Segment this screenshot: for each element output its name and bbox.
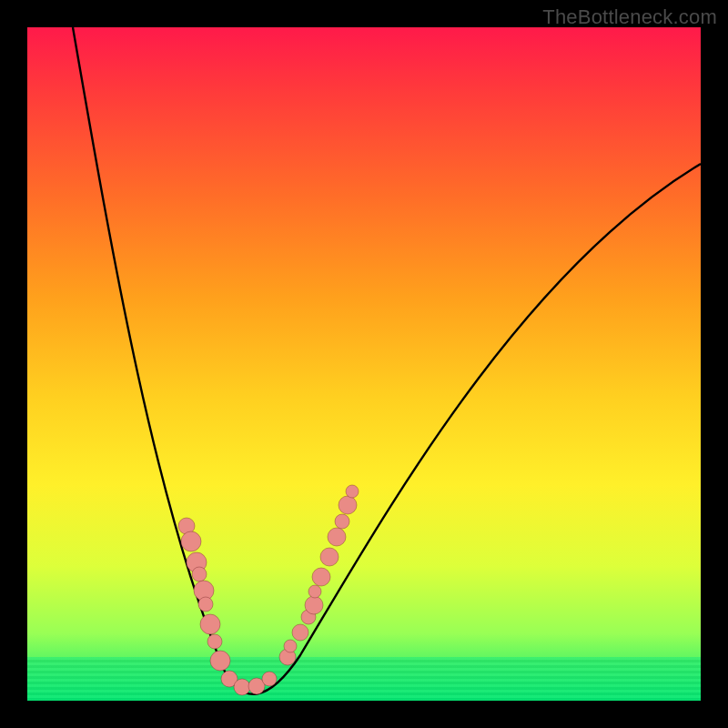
curve-dot: [292, 624, 308, 641]
curve-dot: [308, 585, 321, 598]
bottleneck-curve: [73, 27, 701, 694]
curve-dot: [200, 614, 220, 634]
curve-dot: [198, 597, 213, 612]
chart-overlay: [27, 27, 701, 701]
curve-dot: [312, 568, 330, 586]
curve-dot: [210, 651, 230, 671]
curve-dot: [305, 596, 323, 614]
curve-dot: [320, 548, 339, 566]
curve-dot: [346, 485, 359, 498]
curve-dot: [262, 672, 277, 686]
curve-dot: [284, 640, 297, 652]
chart-inner: [27, 27, 701, 701]
curve-dot: [192, 567, 207, 581]
curve-dot: [234, 679, 250, 695]
curve-dots: [178, 485, 359, 695]
watermark-text: TheBottleneck.com: [542, 5, 717, 29]
curve-dot: [328, 528, 346, 546]
curve-dot: [335, 514, 349, 529]
curve-dot: [181, 531, 201, 551]
curve-dot: [207, 634, 222, 649]
chart-frame: TheBottleneck.com: [0, 0, 728, 728]
curve-dot: [339, 496, 357, 514]
